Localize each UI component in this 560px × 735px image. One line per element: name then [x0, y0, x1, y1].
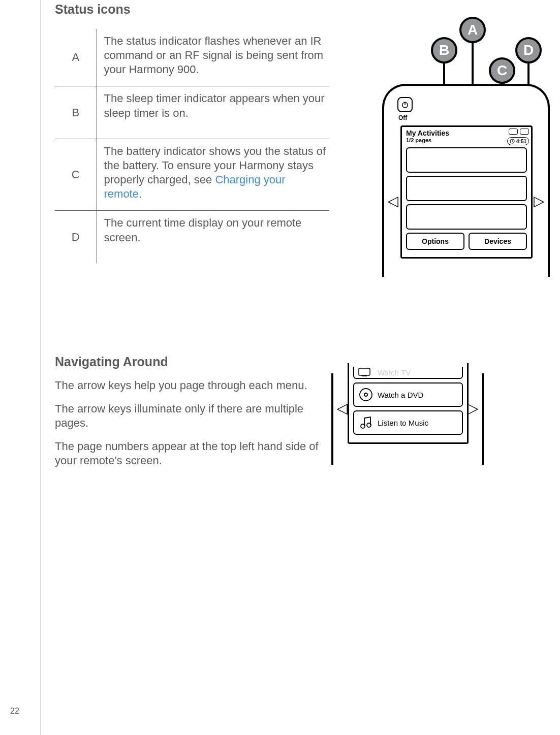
table-row: D The current time display on your remot… [55, 211, 329, 263]
vertical-margin-rule [41, 0, 41, 735]
remote-screen: My Activities 1/2 pages 4:51 [400, 125, 533, 259]
remote-illustration-small: ▷ ▷ Watch TV Watch a DVD [331, 373, 484, 465]
row-letter: D [55, 211, 97, 263]
svg-rect-6 [362, 375, 367, 376]
callout-c: C [489, 57, 515, 84]
tv-icon [358, 365, 374, 380]
arrow-left-icon: ▷ [336, 400, 348, 417]
devices-button: Devices [469, 233, 527, 250]
activity-label: Watch TV [378, 368, 411, 377]
battery-icon [520, 129, 529, 135]
row-letter: C [55, 139, 97, 211]
arrow-right-icon: ▷ [468, 400, 479, 417]
table-row: A The status indicator flashes whenever … [55, 29, 329, 86]
status-icons-table: A The status indicator flashes whenever … [55, 29, 329, 263]
off-label: Off [398, 114, 407, 121]
activity-row: Listen to Music [353, 410, 463, 435]
activity-slot [406, 204, 527, 230]
callout-b: B [431, 37, 457, 63]
svg-point-7 [360, 389, 372, 401]
page-number: 22 [10, 707, 19, 716]
row-desc-post: . [139, 187, 142, 200]
activity-slot [406, 176, 527, 201]
callout-a: A [459, 17, 486, 43]
dvd-icon [358, 387, 374, 402]
navigating-p2: The arrow keys illuminate only if there … [55, 402, 329, 430]
heading-navigating-around: Navigating Around [55, 355, 329, 369]
table-row: C The battery indicator shows you the st… [55, 139, 329, 211]
row-letter: B [55, 86, 97, 139]
navigating-p1: The arrow keys help you page through eac… [55, 378, 329, 393]
navigating-p3: The page numbers appear at the top left … [55, 439, 329, 468]
time-label: 4:51 [516, 139, 526, 144]
signal-icon [509, 129, 518, 135]
row-desc: The current time display on your remote … [97, 211, 329, 263]
activity-row: Watch TV [353, 367, 463, 379]
heading-status-icons: Status icons [55, 2, 543, 17]
options-button: Options [406, 233, 464, 250]
row-letter: A [55, 29, 97, 86]
activity-slot [406, 147, 527, 173]
table-row: B The sleep timer indicator appears when… [55, 86, 329, 139]
activity-label: Listen to Music [378, 419, 428, 427]
row-desc: The battery indicator shows you the stat… [97, 139, 329, 211]
row-desc: The sleep timer indicator appears when y… [97, 86, 329, 139]
remote-screen-crop: Watch TV Watch a DVD Listen to Music [348, 363, 469, 444]
svg-rect-5 [359, 368, 370, 375]
activity-row: Watch a DVD [353, 382, 463, 407]
callout-d: D [515, 37, 542, 63]
remote-illustration-main: A B C D Off ▷ ▷ My Activities 1/2 pages [382, 18, 550, 272]
arrow-left-icon: ▷ [387, 193, 398, 209]
music-icon [358, 415, 374, 430]
power-icon [397, 97, 413, 112]
arrow-right-icon: ▷ [534, 193, 545, 209]
row-desc: The status indicator flashes whenever an… [97, 29, 329, 86]
activity-label: Watch a DVD [378, 391, 423, 399]
svg-point-8 [364, 393, 367, 396]
clock-indicator: 4:51 [507, 137, 529, 145]
